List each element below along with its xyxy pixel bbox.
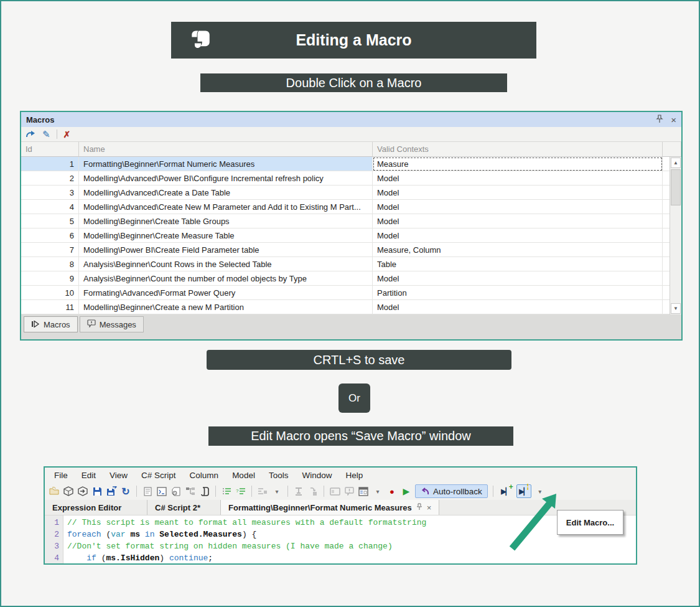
format-script-alt-icon[interactable]: ? <box>235 486 246 497</box>
macro-name-cell: Analysis\Beginner\Count the number of mo… <box>79 271 373 286</box>
console-icon[interactable] <box>329 486 340 497</box>
tab-pin-icon[interactable] <box>416 503 422 512</box>
editor-window: FileEditViewC# ScriptColumnModelToolsWin… <box>44 466 637 565</box>
macro-row[interactable]: 3Modelling\Advanced\Create a Date TableM… <box>21 186 681 200</box>
step-double-click-banner: Double Click on a Macro <box>200 73 507 92</box>
macro-row[interactable]: 7Modelling\Power BI\Create Field Paramet… <box>21 243 681 257</box>
macro-contexts-cell: Measure <box>373 157 663 171</box>
vertical-scrollbar[interactable]: ▲ ▼ <box>670 157 681 314</box>
macro-id-cell: 8 <box>21 257 79 271</box>
script-file-icon[interactable] <box>170 486 182 497</box>
menu-item-tools[interactable]: Tools <box>262 471 296 480</box>
tab-format-numeric-measures[interactable]: Formatting\Beginner\Format Numeric Measu… <box>221 500 439 515</box>
macro-scroll-icon[interactable] <box>199 486 210 497</box>
macro-id-cell: 2 <box>21 171 79 186</box>
save-as-icon[interactable] <box>106 486 117 497</box>
menu-item-view[interactable]: View <box>103 471 134 480</box>
plus-badge-icon: + <box>509 482 513 491</box>
menu-item-column[interactable]: Column <box>183 471 226 480</box>
format-script-icon[interactable] <box>221 486 232 497</box>
or-banner: Or <box>338 383 370 413</box>
perspective-icon[interactable] <box>257 486 268 497</box>
tab-macros[interactable]: Macros <box>24 316 78 332</box>
macro-row[interactable]: 6Modelling\Beginner\Create Measure Table… <box>21 228 681 243</box>
menu-item-window[interactable]: Window <box>295 471 338 480</box>
macro-contexts-cell: Model <box>373 171 663 186</box>
toolbar-separator <box>287 486 288 497</box>
macros-tab-label: Macros <box>44 320 70 329</box>
refresh-icon[interactable]: ↻ <box>120 486 131 497</box>
column-header-id[interactable]: Id <box>21 142 79 156</box>
new-script-icon[interactable] <box>142 486 153 497</box>
macro-name-cell: Modelling\Beginner\Create Table Groups <box>79 214 373 228</box>
delete-macro-icon[interactable]: ✗ <box>63 129 71 139</box>
macro-id-cell: 1 <box>21 157 79 171</box>
menu-item-help[interactable]: Help <box>338 471 370 480</box>
preferences-caret-icon[interactable]: ▾ <box>372 486 383 497</box>
line-number: 2 <box>45 529 59 540</box>
macro-row[interactable]: 2Modelling\Advanced\Power BI\Configure I… <box>21 171 681 186</box>
macro-name-cell: Modelling\Power BI\Create Field Paramete… <box>79 243 373 257</box>
macro-row[interactable]: 1Formatting\Beginner\Format Numeric Meas… <box>21 157 681 171</box>
macro-id-cell: 10 <box>21 286 79 300</box>
sparkle-badge-icon: ¦ <box>527 482 529 490</box>
open-file-icon[interactable] <box>49 486 60 497</box>
messages-icon[interactable] <box>343 486 355 497</box>
macro-name-cell: Analysis\Beginner\Count Rows in the Sele… <box>79 257 373 271</box>
macro-contexts-cell: Model <box>373 186 663 200</box>
scroll-down-button[interactable]: ▼ <box>671 303 681 314</box>
line-number: 4 <box>45 552 59 563</box>
macro-row[interactable]: 5Modelling\Beginner\Create Table GroupsM… <box>21 214 681 228</box>
menu-item-c-script[interactable]: C# Script <box>134 471 183 480</box>
open-model-icon[interactable] <box>63 486 74 497</box>
record-icon[interactable]: ● <box>386 486 398 497</box>
tab-csharp-script[interactable]: C# Script 2* <box>147 500 221 515</box>
auto-rollback-button[interactable]: Auto-rollback <box>415 484 488 498</box>
perspective-caret-icon[interactable]: ▾ <box>271 486 282 497</box>
edit-macro-pencil-icon[interactable]: ✎ <box>42 129 50 140</box>
tab-label: Formatting\Beginner\Format Numeric Measu… <box>228 503 412 512</box>
deploy-target-icon[interactable] <box>307 486 319 497</box>
scroll-up-button[interactable]: ▲ <box>671 158 681 168</box>
scrollbar-thumb[interactable] <box>671 169 681 205</box>
macro-row[interactable]: 4Modelling\Advanced\Create New M Paramet… <box>21 200 681 214</box>
tab-label: C# Script 2* <box>155 503 200 512</box>
messages-tab-label: Messages <box>100 320 136 329</box>
line-number: 3 <box>45 540 59 552</box>
macro-id-cell: 7 <box>21 243 79 257</box>
preferences-window-icon[interactable] <box>358 486 369 497</box>
script-window-icon[interactable] <box>156 486 167 497</box>
save-icon[interactable] <box>91 486 103 497</box>
macro-id-cell: 3 <box>21 186 79 200</box>
macro-row[interactable]: 8Analysis\Beginner\Count Rows in the Sel… <box>21 257 681 271</box>
page: Editing a Macro Double Click on a Macro … <box>0 0 700 607</box>
tab-label: Expression Editor <box>52 503 121 512</box>
macro-contexts-cell: Partition <box>373 286 663 300</box>
macro-id-cell: 6 <box>21 228 79 243</box>
column-header-name[interactable]: Name <box>79 142 373 156</box>
code-gutter: 1234 <box>45 515 63 563</box>
menu-item-file[interactable]: File <box>47 471 75 480</box>
menu-item-edit[interactable]: Edit <box>75 471 103 480</box>
run-macro-icon[interactable] <box>25 129 36 140</box>
pin-icon[interactable] <box>656 115 663 125</box>
open-model-from-package-icon[interactable] <box>77 486 88 497</box>
macros-panel-title: Macros <box>26 115 648 125</box>
macro-row[interactable]: 11Modelling\Beginner\Create a new M Part… <box>21 300 681 314</box>
macros-toolbar: ✎ ✗ <box>21 127 681 142</box>
dependency-tree-icon[interactable] <box>185 486 196 497</box>
deploy-icon[interactable] <box>293 486 304 497</box>
macro-row[interactable]: 10Formating\Advanced\Format Power QueryP… <box>21 286 681 300</box>
macro-id-cell: 5 <box>21 214 79 228</box>
macro-contexts-cell: Model <box>373 228 663 243</box>
macros-table-body: 1Formatting\Beginner\Format Numeric Meas… <box>21 157 681 314</box>
run-script-icon[interactable]: ▶ <box>401 486 412 497</box>
macro-row[interactable]: 9Analysis\Beginner\Count the number of m… <box>21 271 681 286</box>
tab-expression-editor[interactable]: Expression Editor <box>45 500 147 515</box>
tab-messages[interactable]: Messages <box>80 316 144 332</box>
menu-item-model[interactable]: Model <box>225 471 262 480</box>
column-header-valid-contexts[interactable]: Valid Contexts <box>373 142 663 156</box>
messages-tab-icon <box>87 319 96 329</box>
tab-close-icon[interactable]: × <box>427 503 432 512</box>
close-icon[interactable]: × <box>671 115 676 125</box>
